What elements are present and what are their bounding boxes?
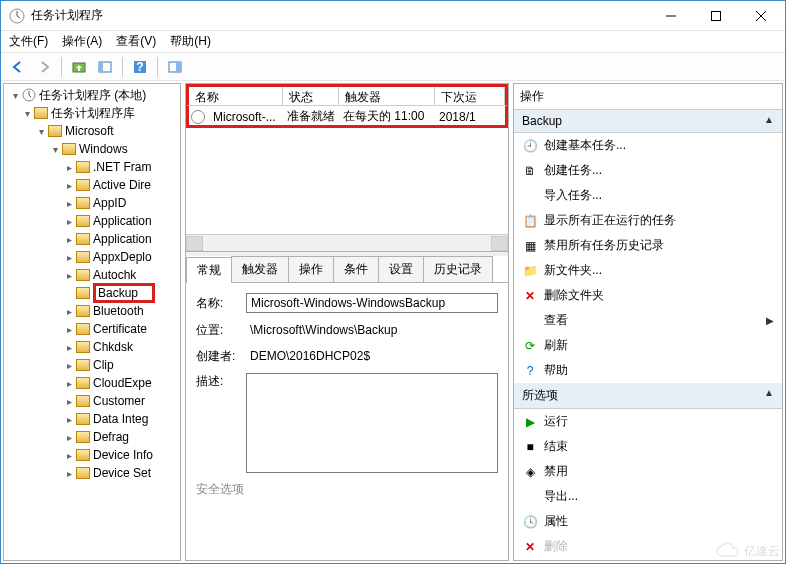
action-refresh[interactable]: ⟳刷新 <box>514 333 782 358</box>
clock-icon <box>191 110 205 124</box>
help-button[interactable]: ? <box>129 56 151 78</box>
col-name[interactable]: 名称 <box>189 87 283 105</box>
folder-icon <box>76 449 90 461</box>
task-trigger: 在每天的 11:00 <box>337 108 433 125</box>
action-new-folder[interactable]: 📁新文件夹... <box>514 258 782 283</box>
tree-item[interactable]: ▸Customer <box>6 392 178 410</box>
h-scrollbar[interactable] <box>186 234 508 251</box>
tab-actions[interactable]: 操作 <box>288 256 334 282</box>
action-show-running[interactable]: 📋显示所有正在运行的任务 <box>514 208 782 233</box>
disable-icon: ◈ <box>522 464 538 480</box>
folder-icon <box>76 467 90 479</box>
tree-item[interactable]: ▸.NET Fram <box>6 158 178 176</box>
menu-file[interactable]: 文件(F) <box>9 33 48 50</box>
label-location: 位置: <box>196 322 246 339</box>
folder-icon <box>76 179 90 191</box>
folder-icon <box>76 395 90 407</box>
tab-settings[interactable]: 设置 <box>378 256 424 282</box>
svg-rect-4 <box>99 62 103 72</box>
menu-view[interactable]: 查看(V) <box>116 33 156 50</box>
main-content: ▾任务计划程序 (本地) ▾任务计划程序库 ▾Microsoft ▾Window… <box>1 81 785 563</box>
action-create[interactable]: 🗎创建任务... <box>514 158 782 183</box>
menubar: 文件(F) 操作(A) 查看(V) 帮助(H) <box>1 31 785 53</box>
tab-triggers[interactable]: 触发器 <box>231 256 289 282</box>
view-button[interactable] <box>164 56 186 78</box>
action-delete-folder[interactable]: ✕删除文件夹 <box>514 283 782 308</box>
back-button[interactable] <box>7 56 29 78</box>
tree-item[interactable]: ▸Autochk <box>6 266 178 284</box>
minimize-button[interactable] <box>648 1 693 30</box>
menu-operation[interactable]: 操作(A) <box>62 33 102 50</box>
folder-icon <box>76 305 90 317</box>
forward-button[interactable] <box>33 56 55 78</box>
menu-help[interactable]: 帮助(H) <box>170 33 211 50</box>
stop-icon: ■ <box>522 439 538 455</box>
tree-item-selected[interactable]: ▸Backup <box>6 284 178 302</box>
tree-microsoft[interactable]: Microsoft <box>65 124 114 138</box>
wizard-icon: 🕘 <box>522 138 538 154</box>
window-title: 任务计划程序 <box>31 7 103 24</box>
col-trigger[interactable]: 触发器 <box>339 87 435 105</box>
tree-item[interactable]: ▸CloudExpe <box>6 374 178 392</box>
tree-windows[interactable]: Windows <box>79 142 128 156</box>
tree-item[interactable]: ▸Clip <box>6 356 178 374</box>
toggle-panel-button[interactable] <box>94 56 116 78</box>
tree-item[interactable]: ▸Application <box>6 230 178 248</box>
tree-item[interactable]: ▸Active Dire <box>6 176 178 194</box>
action-help[interactable]: ?帮助 <box>514 358 782 383</box>
toolbar: ? <box>1 53 785 81</box>
up-button[interactable] <box>68 56 90 78</box>
action-disable[interactable]: ◈禁用 <box>514 459 782 484</box>
tree-view[interactable]: ▾任务计划程序 (本地) ▾任务计划程序库 ▾Microsoft ▾Window… <box>4 84 180 560</box>
tree-item[interactable]: ▸Device Info <box>6 446 178 464</box>
delete-icon: ✕ <box>522 539 538 555</box>
titlebar: 任务计划程序 <box>1 1 785 31</box>
tab-history[interactable]: 历史记录 <box>423 256 493 282</box>
tree-item[interactable]: ▸Chkdsk <box>6 338 178 356</box>
tree-item[interactable]: ▸Application <box>6 212 178 230</box>
action-export[interactable]: 导出... <box>514 484 782 509</box>
task-list-header[interactable]: 名称 状态 触发器 下次运 <box>186 84 508 106</box>
label-name: 名称: <box>196 295 246 312</box>
label-creator: 创建者: <box>196 348 246 365</box>
tab-conditions[interactable]: 条件 <box>333 256 379 282</box>
task-row[interactable]: Microsoft-... 准备就绪 在每天的 11:00 2018/1 <box>186 106 508 128</box>
maximize-button[interactable] <box>693 1 738 30</box>
actions-header: 操作 <box>514 84 782 110</box>
col-next[interactable]: 下次运 <box>435 87 505 105</box>
section-selected[interactable]: 所选项▲ <box>514 383 782 409</box>
action-disable-history[interactable]: ▦禁用所有任务历史记录 <box>514 233 782 258</box>
tree-item[interactable]: ▸Bluetooth <box>6 302 178 320</box>
folder-icon <box>76 431 90 443</box>
action-import[interactable]: 导入任务... <box>514 183 782 208</box>
action-run[interactable]: ▶运行 <box>514 409 782 434</box>
actions-list: Backup▲ 🕘创建基本任务... 🗎创建任务... 导入任务... 📋显示所… <box>514 110 782 560</box>
task-detail: 常规 触发器 操作 条件 设置 历史记录 名称:Microsoft-Window… <box>186 252 508 560</box>
action-view[interactable]: 查看▶ <box>514 308 782 333</box>
folder-icon <box>76 161 90 173</box>
tree-item[interactable]: ▸Data Integ <box>6 410 178 428</box>
tree-item[interactable]: ▸AppxDeplo <box>6 248 178 266</box>
close-button[interactable] <box>738 1 783 30</box>
tree-library[interactable]: 任务计划程序库 <box>51 105 135 122</box>
folder-icon <box>76 251 90 263</box>
action-properties[interactable]: 🕓属性 <box>514 509 782 534</box>
collapse-icon: ▲ <box>764 114 774 128</box>
folder-icon <box>76 197 90 209</box>
tree-item[interactable]: ▸Certificate <box>6 320 178 338</box>
tree-item[interactable]: ▸AppID <box>6 194 178 212</box>
col-state[interactable]: 状态 <box>283 87 339 105</box>
action-create-basic[interactable]: 🕘创建基本任务... <box>514 133 782 158</box>
tree-item[interactable]: ▸Defrag <box>6 428 178 446</box>
val-name[interactable]: Microsoft-Windows-WindowsBackup <box>246 293 498 313</box>
tab-general[interactable]: 常规 <box>186 257 232 283</box>
action-end[interactable]: ■结束 <box>514 434 782 459</box>
help-icon: ? <box>522 363 538 379</box>
folder-icon <box>76 215 90 227</box>
tree-root[interactable]: 任务计划程序 (本地) <box>39 87 146 104</box>
tree-item[interactable]: ▸Device Set <box>6 464 178 482</box>
watermark: 亿速云 <box>716 542 780 560</box>
folder-icon <box>76 341 90 353</box>
val-desc[interactable] <box>246 373 498 473</box>
section-backup[interactable]: Backup▲ <box>514 110 782 133</box>
